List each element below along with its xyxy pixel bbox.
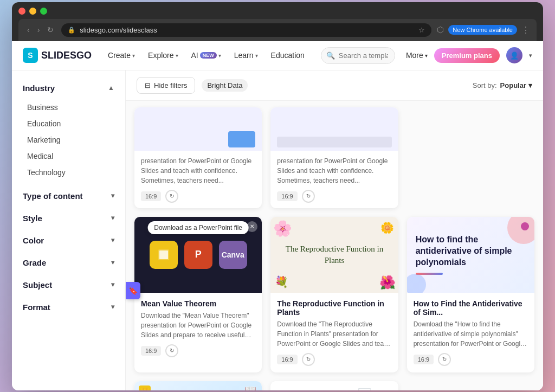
card-title-reproductive: The Reproductive Function in Plants — [277, 299, 391, 317]
sort-area: Sort by: Popular ▾ — [473, 81, 532, 89]
app-icons-row: P Canva — [150, 241, 247, 269]
industry-filter-header[interactable]: Industry ▲ — [12, 79, 125, 97]
style-filter-header[interactable]: Style ▾ — [12, 209, 125, 227]
user-avatar[interactable]: 👤 — [506, 47, 522, 63]
partial-card-1[interactable]: presentation for PowerPoint or Google Sl… — [134, 107, 262, 208]
filter-item-technology[interactable]: Technology — [12, 164, 125, 181]
partial-card-info-2: presentation for PowerPoint or Google Sl… — [270, 151, 398, 208]
logo[interactable]: S SLIDESGO — [23, 48, 92, 63]
close-button[interactable] — [18, 8, 25, 15]
partial-card-meta-1: 16:9 ↻ — [141, 190, 255, 203]
filter-item-marketing[interactable]: Marketing — [12, 132, 125, 148]
filter-icon: ⊟ — [145, 81, 151, 89]
close-tooltip-button[interactable]: ✕ — [247, 221, 257, 232]
active-filter-tag: Bright Data — [202, 79, 248, 92]
chevron-down-icon: ▾ — [111, 236, 114, 244]
nav-learn[interactable]: Learn ▾ — [229, 48, 263, 63]
filter-item-medical[interactable]: Medical — [12, 148, 125, 164]
subject-filter-header[interactable]: Subject ▾ — [12, 276, 125, 294]
card-thumbnail-reading: 👑 📚 How to EncourageReading in HighSchoo… — [134, 381, 262, 390]
card-mean-value[interactable]: P Canva Download as a PowerPoint file ✕ — [134, 217, 262, 372]
forward-button[interactable]: › — [35, 24, 42, 35]
dot-deco — [521, 222, 529, 230]
minimize-button[interactable] — [29, 8, 36, 15]
app-header: S SLIDESGO Create ▾ Explore ▾ AI NEW ▾ — [12, 41, 543, 70]
filter-section-subject: Subject ▾ — [12, 276, 125, 294]
partial-card-thumb-1 — [134, 107, 262, 151]
industry-filter-items: Business Education Marketing Medical Tec… — [12, 97, 125, 183]
address-bar[interactable]: 🔒 slidesgo.com/slidesclass ☆ — [61, 23, 431, 37]
template-grid: P Canva Download as a PowerPoint file ✕ — [126, 208, 543, 390]
card-desc-antiderivative: Download the "How to find the antideriva… — [414, 319, 528, 349]
type-filter-header[interactable]: Type of content ▾ — [12, 187, 125, 205]
chevron-down-icon: ▾ — [132, 53, 135, 59]
anim-badge: ↻ — [165, 190, 178, 203]
nav-explore[interactable]: Explore ▾ — [143, 48, 183, 63]
back-button[interactable]: ‹ — [25, 24, 32, 35]
filter-bar: ⊟ Hide filters Bright Data Sort by: Popu… — [126, 70, 543, 101]
lock-icon: 🔒 — [68, 27, 75, 34]
card-exam[interactable]: Tips toPrepare foran Exam 👩‍💼 📊 — [270, 381, 398, 390]
nav-ai[interactable]: AI NEW ▾ — [186, 48, 227, 63]
extensions-icon[interactable]: ⬡ — [437, 25, 444, 35]
ratio-badge-anti: 16:9 — [414, 355, 434, 364]
bookmark-icon[interactable]: ☆ — [418, 26, 425, 34]
partial-card-desc-2: presentation for PowerPoint or Google Sl… — [277, 156, 391, 185]
browser-menu-icon[interactable]: ⋮ — [521, 25, 530, 35]
maximize-button[interactable] — [40, 8, 47, 15]
premium-plans-button[interactable]: Premium plans — [434, 48, 500, 63]
book-deco: 📖 — [244, 384, 256, 390]
card-title-mean-value: Mean Value Theorem — [141, 299, 255, 308]
sidebar-tool-icon[interactable]: 🔖 — [126, 282, 140, 299]
chevron-down-icon: ▾ — [218, 53, 221, 59]
flower-deco-4: 💐 — [275, 275, 288, 288]
logo-text: SLIDESGO — [41, 50, 92, 61]
format-filter-header[interactable]: Format ▾ — [12, 298, 125, 316]
card-title-antiderivative: How to Find the Antiderivative of Sim... — [414, 299, 528, 317]
logo-icon: S — [23, 48, 38, 63]
chevron-up-icon: ▲ — [108, 84, 114, 92]
ratio-badge: 16:9 — [141, 191, 161, 201]
svg-rect-1 — [159, 250, 168, 259]
color-filter-header[interactable]: Color ▾ — [12, 232, 125, 249]
spacer — [407, 107, 534, 129]
filter-item-education[interactable]: Education — [12, 115, 125, 132]
traffic-lights — [18, 8, 537, 15]
card-reading[interactable]: 👑 📚 How to EncourageReading in HighSchoo… — [134, 381, 262, 390]
card-antiderivative[interactable]: How to find the antiderivative of simple… — [407, 217, 534, 372]
partial-card-info-1: presentation for PowerPoint or Google Sl… — [134, 151, 262, 208]
crown-badge-reading: 👑 — [139, 385, 151, 390]
avatar-icon: 👤 — [510, 52, 519, 60]
card-meta-mean-value: 16:9 ↻ — [141, 344, 255, 357]
card-info-antiderivative: How to Find the Antiderivative of Sim...… — [407, 293, 534, 372]
chevron-down-icon: ▾ — [528, 81, 532, 89]
reload-button[interactable]: ↻ — [45, 24, 56, 35]
browser-window: ‹ › ↻ 🔒 slidesgo.com/slidesclass ☆ ⬡ New… — [12, 2, 543, 390]
chevron-down-icon[interactable]: ▾ — [529, 52, 532, 59]
nav-education[interactable]: Education — [266, 48, 310, 63]
header-right: More ▾ Premium plans 👤 ▾ — [406, 47, 532, 63]
more-button[interactable]: More ▾ — [406, 51, 428, 60]
filter-item-business[interactable]: Business — [12, 99, 125, 115]
chevron-down-icon: ▾ — [425, 53, 428, 59]
thumb-content-exam: Tips toPrepare foran Exam — [270, 381, 398, 390]
sort-dropdown[interactable]: Popular ▾ — [500, 81, 532, 89]
browser-chrome: ‹ › ↻ 🔒 slidesgo.com/slidesclass ☆ ⬡ New… — [12, 2, 543, 41]
browser-toolbar: ‹ › ↻ 🔒 slidesgo.com/slidesclass ☆ ⬡ New… — [18, 19, 537, 41]
card-meta-antiderivative: 16:9 ↻ — [414, 353, 528, 366]
card-reproductive[interactable]: The Reproductive Function in Plants 🌸 🌺 … — [270, 217, 398, 372]
header-search: 🔍 — [321, 47, 395, 64]
filter-section-grade: Grade ▾ — [12, 254, 125, 272]
nav-create[interactable]: Create ▾ — [102, 48, 140, 63]
flower-deco-3: 🌼 — [380, 221, 394, 234]
download-tooltip: Download as a PowerPoint file — [147, 221, 249, 234]
filter-section-color: Color ▾ — [12, 232, 125, 249]
partial-card-meta-2: 16:9 ↻ — [277, 190, 391, 203]
filter-section-format: Format ▾ — [12, 298, 125, 316]
grade-filter-header[interactable]: Grade ▾ — [12, 254, 125, 272]
nav-buttons: ‹ › ↻ — [25, 24, 56, 35]
partial-card-2[interactable]: presentation for PowerPoint or Google Sl… — [270, 107, 398, 208]
hide-filters-button[interactable]: ⊟ Hide filters — [137, 77, 195, 94]
card-thumbnail-exam: Tips toPrepare foran Exam 👩‍💼 📊 — [270, 381, 398, 390]
ratio-badge-2: 16:9 — [277, 191, 297, 201]
